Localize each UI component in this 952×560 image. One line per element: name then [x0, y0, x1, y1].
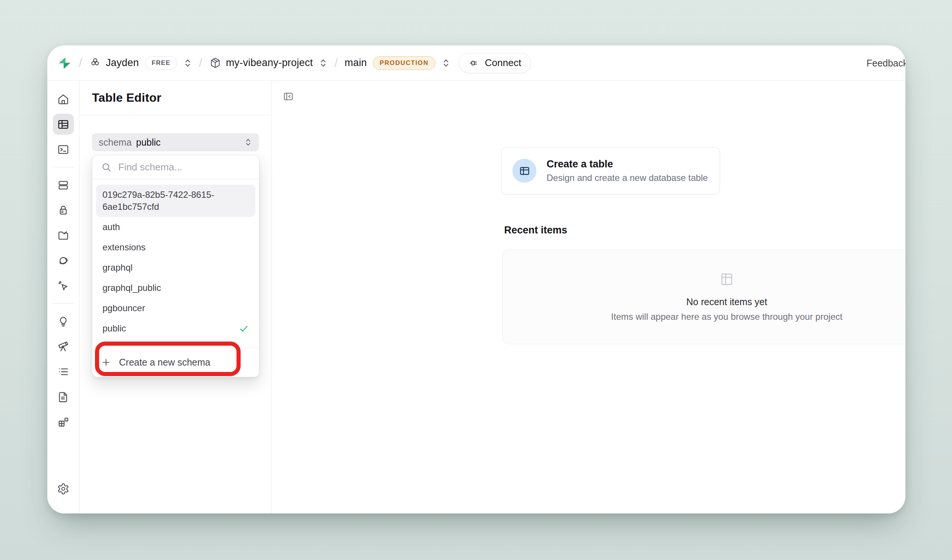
sidebar-item-reports[interactable]: [53, 336, 74, 357]
folder-icon: [57, 229, 70, 242]
table-icon: [519, 165, 530, 177]
schema-list-item[interactable]: graphql: [96, 258, 255, 278]
plus-icon: [101, 357, 111, 367]
schema-list-item[interactable]: 019c279a-82b5-7422-8615-6ae1bc757cfd: [96, 185, 255, 217]
create-table-text: Create a table Design and create a new d…: [547, 158, 708, 183]
sidebar-item-api-docs[interactable]: [53, 386, 74, 407]
sidebar-item-realtime[interactable]: [53, 250, 74, 271]
supabase-logo-icon[interactable]: [57, 56, 72, 71]
organization-icon: [89, 57, 101, 69]
home-icon: [57, 93, 70, 105]
check-icon: [239, 324, 249, 334]
recent-items-heading: Recent items: [504, 224, 567, 236]
create-table-card[interactable]: Create a table Design and create a new d…: [501, 147, 720, 194]
lightbulb-icon: [57, 315, 70, 328]
create-table-icon-circle: [512, 159, 536, 183]
breadcrumb-separator: /: [334, 56, 338, 70]
sidebar-item-table-editor[interactable]: [53, 114, 74, 135]
sidebar-item-sql-editor[interactable]: [53, 139, 74, 160]
lock-icon: [57, 204, 70, 217]
breadcrumb-branch-name[interactable]: main: [345, 57, 367, 69]
create-schema-label: Create a new schema: [119, 357, 210, 368]
schema-list-item-selected[interactable]: public: [96, 318, 255, 339]
sidebar-divider: [53, 167, 74, 167]
breadcrumb-separator: /: [79, 56, 82, 70]
table-editor-panel: Table Editor schema public 01: [80, 81, 272, 514]
sidebar-item-advisors[interactable]: [53, 275, 74, 296]
gear-icon: [57, 483, 70, 495]
connect-button-label: Connect: [485, 57, 521, 69]
file-text-icon: [57, 391, 70, 403]
schema-list-item[interactable]: auth: [96, 217, 255, 237]
search-icon: [101, 162, 112, 173]
sidebar-item-authentication[interactable]: [53, 200, 74, 221]
top-navigation-bar: / Jayden FREE / my-vibeany-project / mai…: [47, 45, 906, 81]
create-table-description: Design and create a new database table: [547, 173, 708, 183]
breadcrumb-org-name[interactable]: Jayden: [106, 57, 139, 69]
panel-collapse-icon: [283, 91, 294, 102]
breadcrumb-separator: /: [199, 56, 202, 70]
schema-search-input[interactable]: [118, 161, 250, 173]
schema-list: 019c279a-82b5-7422-8615-6ae1bc757cfd aut…: [92, 179, 259, 344]
database-icon: [57, 179, 70, 191]
schema-select-value: public: [136, 137, 161, 148]
sidebar-item-settings[interactable]: [53, 478, 74, 499]
recent-items-card: No recent items yet Items will appear he…: [502, 250, 906, 344]
schema-dropdown-popover: 019c279a-82b5-7422-8615-6ae1bc757cfd aut…: [92, 155, 260, 377]
sidebar-divider: [53, 303, 74, 304]
schema-search-row: [92, 156, 259, 179]
sidebar-item-database[interactable]: [53, 174, 74, 196]
page-title: Table Editor: [92, 91, 161, 105]
create-table-title: Create a table: [547, 158, 708, 170]
project-switcher-chevron-icon[interactable]: [319, 58, 328, 68]
blocks-icon: [57, 416, 70, 428]
list-icon: [57, 366, 70, 378]
org-switcher-chevron-icon[interactable]: [183, 58, 192, 68]
app-window: / Jayden FREE / my-vibeany-project / mai…: [47, 45, 906, 514]
terminal-icon: [57, 143, 70, 156]
chevron-up-down-icon: [244, 137, 252, 147]
telescope-icon: [57, 341, 70, 353]
sidebar-item-integrations[interactable]: [53, 411, 74, 432]
connect-button[interactable]: Connect: [459, 53, 532, 73]
schema-select[interactable]: schema public: [92, 133, 259, 151]
cursor-sparkle-icon: [57, 280, 70, 292]
environment-badge: PRODUCTION: [373, 56, 435, 70]
empty-state-description: Items will appear here as you browse thr…: [611, 312, 842, 322]
project-icon: [209, 57, 221, 69]
sidebar-item-advisors-lightbulb[interactable]: [53, 311, 74, 332]
breadcrumb-project-name[interactable]: my-vibeany-project: [226, 57, 313, 69]
collapse-panel-button[interactable]: [282, 91, 295, 103]
branch-switcher-chevron-icon[interactable]: [442, 58, 450, 68]
realtime-icon: [57, 255, 70, 267]
sidebar-item-home[interactable]: [53, 89, 74, 110]
table-editor-icon: [57, 118, 70, 131]
schema-list-item[interactable]: pgbouncer: [96, 298, 255, 318]
main-content: Create a table Design and create a new d…: [272, 81, 906, 514]
schema-list-item[interactable]: extensions: [96, 237, 255, 258]
sidebar-item-storage[interactable]: [53, 225, 74, 246]
create-schema-button[interactable]: Create a new schema: [92, 347, 259, 377]
icon-sidebar: [47, 81, 80, 514]
plug-icon: [469, 57, 480, 69]
plan-badge: FREE: [145, 56, 177, 70]
sidebar-item-logs[interactable]: [53, 361, 74, 382]
empty-state-title: No recent items yet: [686, 296, 767, 307]
schema-list-item[interactable]: graphql_public: [96, 278, 255, 298]
feedback-link[interactable]: Feedback: [866, 57, 906, 68]
panel-title-row: Table Editor: [80, 81, 271, 115]
schema-select-label: schema: [99, 137, 132, 148]
empty-table-icon: [719, 272, 734, 287]
